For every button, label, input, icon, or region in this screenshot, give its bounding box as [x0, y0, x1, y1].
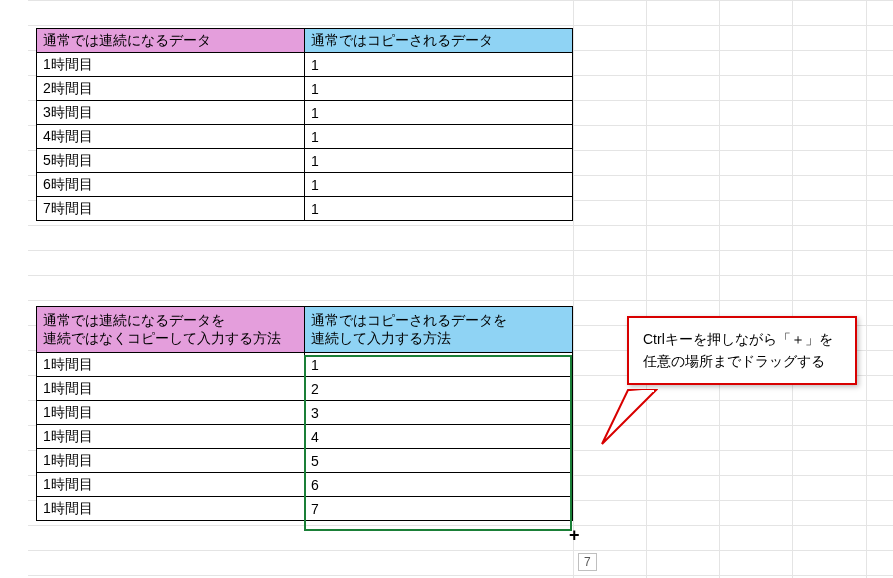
- table2-header-left-line2: 連続ではなくコピーして入力する方法: [43, 330, 281, 346]
- cell-value[interactable]: 4: [305, 425, 573, 449]
- cell-label[interactable]: 1時間目: [37, 449, 305, 473]
- table-row[interactable]: 1時間目4: [37, 425, 573, 449]
- table1-header-left[interactable]: 通常では連続になるデータ: [37, 29, 305, 53]
- cell-value[interactable]: 1: [305, 125, 573, 149]
- table2-header-right-line2: 連続して入力する方法: [311, 330, 451, 346]
- table-row[interactable]: 2時間目1: [37, 77, 573, 101]
- table-top[interactable]: 通常では連続になるデータ 通常ではコピーされるデータ 1時間目1 2時間目1 3…: [36, 28, 573, 221]
- cell-value[interactable]: 2: [305, 377, 573, 401]
- table2-header-right-line1: 通常ではコピーされるデータを: [311, 312, 507, 328]
- cell-value[interactable]: 1: [305, 53, 573, 77]
- fill-tooltip: 7: [578, 553, 597, 571]
- svg-marker-1: [630, 390, 654, 392]
- callout-line1: Ctrlキーを押しながら「＋」を: [643, 331, 833, 347]
- table-row[interactable]: 1時間目5: [37, 449, 573, 473]
- table1-header-right[interactable]: 通常ではコピーされるデータ: [305, 29, 573, 53]
- table-row[interactable]: 1時間目1: [37, 53, 573, 77]
- table-row[interactable]: 1時間目7: [37, 497, 573, 521]
- callout-line2: 任意の場所までドラッグする: [643, 353, 825, 369]
- svg-marker-0: [602, 390, 656, 444]
- cell-value[interactable]: 5: [305, 449, 573, 473]
- table-row[interactable]: 4時間目1: [37, 125, 573, 149]
- cell-label[interactable]: 7時間目: [37, 197, 305, 221]
- cell-value[interactable]: 1: [305, 197, 573, 221]
- cell-label[interactable]: 1時間目: [37, 497, 305, 521]
- cell-label[interactable]: 3時間目: [37, 101, 305, 125]
- cell-label[interactable]: 1時間目: [37, 473, 305, 497]
- table-row[interactable]: 1時間目2: [37, 377, 573, 401]
- callout-tail-icon: [598, 388, 658, 448]
- cell-value[interactable]: 1: [305, 353, 573, 377]
- cell-value[interactable]: 1: [305, 101, 573, 125]
- table-row[interactable]: 1時間目3: [37, 401, 573, 425]
- cell-value[interactable]: 7: [305, 497, 573, 521]
- cell-label[interactable]: 1時間目: [37, 377, 305, 401]
- fill-handle-cursor-icon: +: [569, 528, 580, 542]
- cell-value[interactable]: 1: [305, 77, 573, 101]
- table2-header-right[interactable]: 通常ではコピーされるデータを 連続して入力する方法: [305, 307, 573, 353]
- callout-box: Ctrlキーを押しながら「＋」を 任意の場所までドラッグする: [627, 316, 857, 385]
- cell-label[interactable]: 5時間目: [37, 149, 305, 173]
- spreadsheet-sheet[interactable]: 通常では連続になるデータ 通常ではコピーされるデータ 1時間目1 2時間目1 3…: [0, 0, 893, 578]
- cell-value[interactable]: 3: [305, 401, 573, 425]
- cell-label[interactable]: 6時間目: [37, 173, 305, 197]
- table-row[interactable]: 6時間目1: [37, 173, 573, 197]
- cell-value[interactable]: 1: [305, 173, 573, 197]
- table-row[interactable]: 1時間目6: [37, 473, 573, 497]
- table-row[interactable]: 3時間目1: [37, 101, 573, 125]
- table-row[interactable]: 1時間目1: [37, 353, 573, 377]
- table-bottom[interactable]: 通常では連続になるデータを 連続ではなくコピーして入力する方法 通常ではコピーさ…: [36, 306, 573, 521]
- table-row[interactable]: 5時間目1: [37, 149, 573, 173]
- cell-label[interactable]: 4時間目: [37, 125, 305, 149]
- table-row[interactable]: 7時間目1: [37, 197, 573, 221]
- table2-header-left-line1: 通常では連続になるデータを: [43, 312, 225, 328]
- cell-value[interactable]: 1: [305, 149, 573, 173]
- cell-label[interactable]: 1時間目: [37, 53, 305, 77]
- cell-value[interactable]: 6: [305, 473, 573, 497]
- cell-label[interactable]: 2時間目: [37, 77, 305, 101]
- table2-header-left[interactable]: 通常では連続になるデータを 連続ではなくコピーして入力する方法: [37, 307, 305, 353]
- cell-label[interactable]: 1時間目: [37, 401, 305, 425]
- cell-label[interactable]: 1時間目: [37, 353, 305, 377]
- cell-label[interactable]: 1時間目: [37, 425, 305, 449]
